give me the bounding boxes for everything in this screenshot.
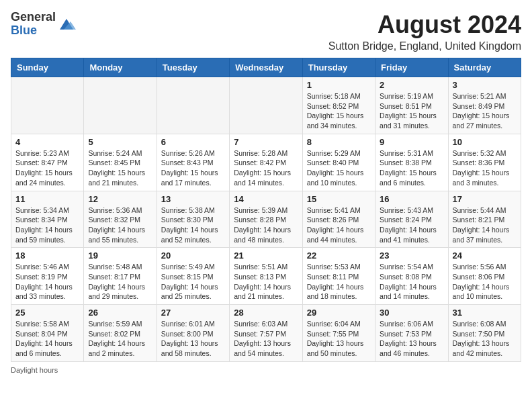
calendar-cell: 12Sunrise: 5:36 AM Sunset: 8:32 PM Dayli… [84,191,157,248]
calendar-cell: 13Sunrise: 5:38 AM Sunset: 8:30 PM Dayli… [157,191,229,248]
day-info: Sunrise: 5:49 AM Sunset: 8:15 PM Dayligh… [161,262,225,302]
day-info: Sunrise: 5:56 AM Sunset: 8:06 PM Dayligh… [453,262,517,302]
calendar-header-thursday: Thursday [302,58,375,77]
month-year: August 2024 [328,11,521,39]
day-number: 7 [234,137,298,147]
calendar-cell [84,77,157,134]
day-info: Sunrise: 5:29 AM Sunset: 8:40 PM Dayligh… [307,148,371,188]
day-info: Sunrise: 5:34 AM Sunset: 8:34 PM Dayligh… [15,205,79,245]
calendar-week-row: 25Sunrise: 5:58 AM Sunset: 8:04 PM Dayli… [11,305,521,362]
calendar-cell: 29Sunrise: 6:04 AM Sunset: 7:55 PM Dayli… [302,305,375,362]
calendar-cell: 10Sunrise: 5:32 AM Sunset: 8:36 PM Dayli… [448,134,521,191]
logo: General Blue [11,11,76,38]
day-number: 9 [380,137,443,147]
calendar-cell: 31Sunrise: 6:08 AM Sunset: 7:50 PM Dayli… [448,305,521,362]
day-number: 28 [234,308,298,318]
day-info: Sunrise: 5:23 AM Sunset: 8:47 PM Dayligh… [15,148,79,188]
day-info: Sunrise: 5:26 AM Sunset: 8:43 PM Dayligh… [161,148,225,188]
footer-note: Daylight hours [11,366,521,374]
calendar-cell: 27Sunrise: 6:01 AM Sunset: 8:00 PM Dayli… [157,305,229,362]
day-info: Sunrise: 5:24 AM Sunset: 8:45 PM Dayligh… [88,148,152,188]
day-number: 30 [380,308,443,318]
calendar-cell: 7Sunrise: 5:28 AM Sunset: 8:42 PM Daylig… [230,134,302,191]
calendar-cell: 20Sunrise: 5:49 AM Sunset: 8:15 PM Dayli… [157,248,229,305]
day-info: Sunrise: 6:03 AM Sunset: 7:57 PM Dayligh… [234,319,298,359]
day-number: 22 [307,250,371,261]
day-number: 5 [88,137,152,147]
day-number: 8 [307,137,371,147]
day-info: Sunrise: 5:43 AM Sunset: 8:24 PM Dayligh… [380,205,443,245]
day-info: Sunrise: 5:41 AM Sunset: 8:26 PM Dayligh… [307,205,371,245]
day-info: Sunrise: 5:58 AM Sunset: 8:04 PM Dayligh… [15,319,79,359]
day-info: Sunrise: 5:19 AM Sunset: 8:51 PM Dayligh… [380,91,443,131]
day-number: 19 [88,250,152,261]
calendar-cell: 21Sunrise: 5:51 AM Sunset: 8:13 PM Dayli… [230,248,302,305]
day-info: Sunrise: 5:53 AM Sunset: 8:11 PM Dayligh… [307,262,371,302]
day-number: 25 [15,308,79,318]
day-number: 12 [88,194,152,204]
day-number: 27 [161,308,225,318]
calendar-cell: 1Sunrise: 5:18 AM Sunset: 8:52 PM Daylig… [302,77,375,134]
day-info: Sunrise: 5:28 AM Sunset: 8:42 PM Dayligh… [234,148,298,188]
day-number: 4 [15,137,79,147]
day-info: Sunrise: 6:06 AM Sunset: 7:53 PM Dayligh… [380,319,443,359]
calendar-cell [11,77,84,134]
day-info: Sunrise: 5:39 AM Sunset: 8:28 PM Dayligh… [234,205,298,245]
day-info: Sunrise: 6:08 AM Sunset: 7:50 PM Dayligh… [453,319,517,359]
calendar-cell: 15Sunrise: 5:41 AM Sunset: 8:26 PM Dayli… [302,191,375,248]
calendar-week-row: 1Sunrise: 5:18 AM Sunset: 8:52 PM Daylig… [11,77,521,134]
calendar-cell: 19Sunrise: 5:48 AM Sunset: 8:17 PM Dayli… [84,248,157,305]
day-info: Sunrise: 6:04 AM Sunset: 7:55 PM Dayligh… [307,319,371,359]
calendar-week-row: 18Sunrise: 5:46 AM Sunset: 8:19 PM Dayli… [11,248,521,305]
calendar-cell: 11Sunrise: 5:34 AM Sunset: 8:34 PM Dayli… [11,191,84,248]
calendar-week-row: 11Sunrise: 5:34 AM Sunset: 8:34 PM Dayli… [11,191,521,248]
day-number: 11 [15,194,79,204]
logo-blue-text: Blue [11,24,37,37]
calendar-cell: 2Sunrise: 5:19 AM Sunset: 8:51 PM Daylig… [375,77,448,134]
day-info: Sunrise: 5:51 AM Sunset: 8:13 PM Dayligh… [234,262,298,302]
day-number: 31 [453,308,517,318]
calendar-cell: 25Sunrise: 5:58 AM Sunset: 8:04 PM Dayli… [11,305,84,362]
day-number: 29 [307,308,371,318]
location: Sutton Bridge, England, United Kingdom [328,40,521,52]
calendar-table: SundayMondayTuesdayWednesdayThursdayFrid… [11,58,521,362]
day-number: 14 [234,194,298,204]
calendar-cell [157,77,229,134]
day-number: 21 [234,250,298,261]
calendar-cell: 18Sunrise: 5:46 AM Sunset: 8:19 PM Dayli… [11,248,84,305]
day-info: Sunrise: 5:18 AM Sunset: 8:52 PM Dayligh… [307,91,371,131]
calendar-header-friday: Friday [375,58,448,77]
calendar-header-monday: Monday [84,58,157,77]
calendar-cell: 6Sunrise: 5:26 AM Sunset: 8:43 PM Daylig… [157,134,229,191]
logo-icon [57,15,76,34]
calendar-cell: 30Sunrise: 6:06 AM Sunset: 7:53 PM Dayli… [375,305,448,362]
calendar-cell: 14Sunrise: 5:39 AM Sunset: 8:28 PM Dayli… [230,191,302,248]
calendar-cell: 9Sunrise: 5:31 AM Sunset: 8:38 PM Daylig… [375,134,448,191]
logo-general-text: General [11,10,56,24]
day-info: Sunrise: 6:01 AM Sunset: 8:00 PM Dayligh… [161,319,225,359]
day-info: Sunrise: 5:21 AM Sunset: 8:49 PM Dayligh… [453,91,517,131]
day-info: Sunrise: 5:59 AM Sunset: 8:02 PM Dayligh… [88,319,152,359]
calendar-header-sunday: Sunday [11,58,84,77]
day-info: Sunrise: 5:46 AM Sunset: 8:19 PM Dayligh… [15,262,79,302]
day-number: 17 [453,194,517,204]
calendar-header-wednesday: Wednesday [230,58,302,77]
day-info: Sunrise: 5:36 AM Sunset: 8:32 PM Dayligh… [88,205,152,245]
calendar-cell: 3Sunrise: 5:21 AM Sunset: 8:49 PM Daylig… [448,77,521,134]
day-number: 23 [380,250,443,261]
day-info: Sunrise: 5:44 AM Sunset: 8:21 PM Dayligh… [453,205,517,245]
calendar-cell: 24Sunrise: 5:56 AM Sunset: 8:06 PM Dayli… [448,248,521,305]
day-number: 20 [161,250,225,261]
calendar-cell: 5Sunrise: 5:24 AM Sunset: 8:45 PM Daylig… [84,134,157,191]
day-number: 10 [453,137,517,147]
day-number: 16 [380,194,443,204]
calendar-week-row: 4Sunrise: 5:23 AM Sunset: 8:47 PM Daylig… [11,134,521,191]
calendar-header-tuesday: Tuesday [157,58,229,77]
day-info: Sunrise: 5:31 AM Sunset: 8:38 PM Dayligh… [380,148,443,188]
day-number: 3 [453,80,517,90]
calendar-cell: 8Sunrise: 5:29 AM Sunset: 8:40 PM Daylig… [302,134,375,191]
calendar-header-row: SundayMondayTuesdayWednesdayThursdayFrid… [11,58,521,77]
calendar-cell: 22Sunrise: 5:53 AM Sunset: 8:11 PM Dayli… [302,248,375,305]
day-info: Sunrise: 5:54 AM Sunset: 8:08 PM Dayligh… [380,262,443,302]
title-block: August 2024 Sutton Bridge, England, Unit… [328,11,521,52]
